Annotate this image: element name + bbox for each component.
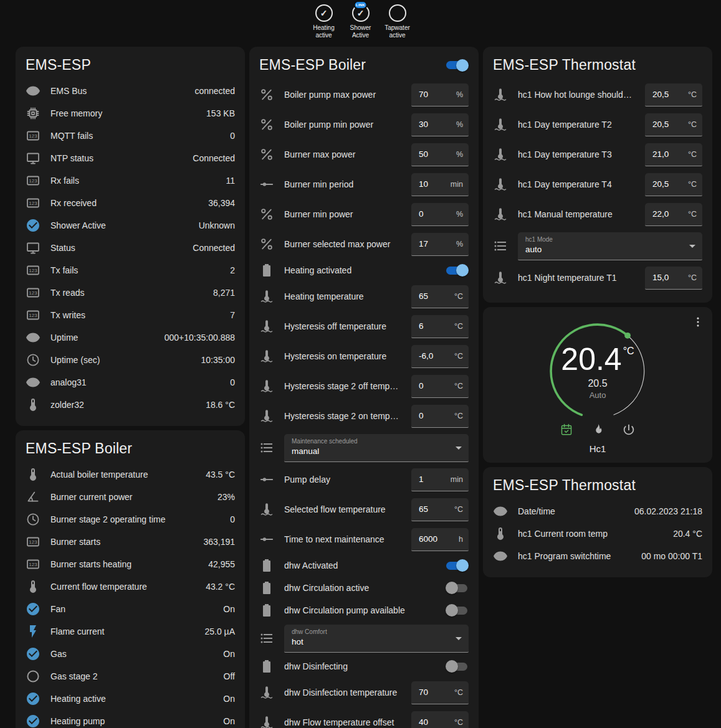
select-value: hot xyxy=(292,636,450,647)
entity-row: Current flow temperature43.2 °C xyxy=(26,575,235,598)
entity-label: Boiler pump max power xyxy=(284,90,405,100)
number-input[interactable]: 6000h xyxy=(411,528,469,551)
entity-row: Burner current power23% xyxy=(26,486,235,508)
entity-row: EMS Busconnected xyxy=(26,80,235,102)
entity-toggle[interactable] xyxy=(446,660,469,673)
toggle-knob xyxy=(446,604,458,617)
number-input[interactable]: -6,0°C xyxy=(411,345,469,368)
entity-value: 00 mo 00:00 T1 xyxy=(641,551,702,561)
number-unit: °C xyxy=(688,120,697,129)
number-input[interactable]: 50% xyxy=(411,143,469,166)
number-input[interactable]: 40°C xyxy=(411,711,469,728)
toggle-knob xyxy=(446,660,458,673)
card-body: Actual boiler temperature43.5 °CBurner c… xyxy=(16,463,245,728)
badge-shower-active[interactable]: ✓LINKShower Active xyxy=(345,4,376,39)
number-input[interactable]: 65°C xyxy=(411,285,469,308)
number-input[interactable]: 0% xyxy=(411,203,469,226)
slider-icon xyxy=(259,177,274,192)
column-center: EMS-ESP BoilerBoiler pump max power70%Bo… xyxy=(249,47,479,728)
entity-label: Tx reads xyxy=(50,288,207,298)
entity-row: 123Tx reads8,271 xyxy=(26,281,235,304)
eye-icon xyxy=(26,375,41,390)
number-value: 6 xyxy=(419,321,452,331)
number-unit: % xyxy=(456,120,463,129)
entity-label: Uptime xyxy=(50,333,158,343)
entity-value: 36,394 xyxy=(208,198,235,208)
entity-label: Burner max power xyxy=(284,149,405,159)
slider-icon xyxy=(259,532,274,547)
entity-row: Burner min period10min xyxy=(259,169,469,199)
number-input[interactable]: 22,0°C xyxy=(645,203,702,226)
entity-value: 7 xyxy=(230,310,235,320)
number-unit: °C xyxy=(454,412,463,420)
entity-row: hc1 Day temperature T220,5°C xyxy=(493,110,702,139)
entity-value: Connected xyxy=(193,243,235,253)
thermostat-readout: 20.4°C20.5Auto xyxy=(542,316,653,427)
number-input[interactable]: 20,5°C xyxy=(645,173,702,196)
number-input[interactable]: 20,5°C xyxy=(645,113,702,136)
list-icon xyxy=(493,239,508,253)
entity-value: 0 xyxy=(230,377,235,387)
entity-value: 20.4 °C xyxy=(673,529,702,539)
eye-icon xyxy=(26,83,41,98)
entity-label: Burner stage 2 operating time xyxy=(50,514,224,524)
badge-tapwater-active[interactable]: Tapwater active xyxy=(382,4,413,39)
battery-icon xyxy=(259,659,274,674)
number-input[interactable]: 15,0°C xyxy=(645,267,702,290)
entity-label: Tx fails xyxy=(50,265,224,275)
number-input[interactable]: 0°C xyxy=(411,375,469,398)
check-circle-icon xyxy=(26,602,41,617)
entity-value: 25.0 µA xyxy=(204,626,235,636)
entity-label: Burner selected max power xyxy=(284,239,405,249)
entity-label: dhw Flow temperature offset xyxy=(284,717,405,727)
number-input[interactable]: 70% xyxy=(411,83,469,106)
entity-toggle[interactable] xyxy=(446,559,469,572)
number-input[interactable]: 20,5°C xyxy=(645,83,702,106)
entity-row: hc1 Manual temperature22,0°C xyxy=(493,199,702,229)
number-input[interactable]: 30% xyxy=(411,113,469,136)
select-input[interactable]: Maintenance scheduledmanual xyxy=(284,434,469,462)
entity-row: dhw Comforthot xyxy=(259,622,469,655)
number-input[interactable]: 17% xyxy=(411,233,469,256)
select-input[interactable]: dhw Comforthot xyxy=(284,625,469,653)
entity-row: Heating activated xyxy=(259,259,469,281)
svg-text:123: 123 xyxy=(29,562,37,567)
badge-heating-active[interactable]: ✓Heating active xyxy=(308,4,340,39)
number-value: 21,0 xyxy=(652,149,685,159)
number-unit: °C xyxy=(688,273,697,282)
number-input[interactable]: 10min xyxy=(411,173,469,196)
thermostat-dial[interactable]: 20.4°C20.5Auto xyxy=(542,316,653,427)
thermometer-icon xyxy=(26,397,41,412)
number-unit: % xyxy=(456,240,463,248)
number-unit: °C xyxy=(688,150,697,159)
entity-row: Gas stage 2Off xyxy=(26,665,235,688)
entity-label: hc1 How hot lounge should… xyxy=(518,90,639,100)
number-input[interactable]: 1min xyxy=(411,468,469,491)
number-value: 70 xyxy=(419,90,454,99)
entity-value: Connected xyxy=(193,153,235,163)
card-header: EMS-ESP Boiler xyxy=(16,430,245,463)
number-input[interactable]: 6°C xyxy=(411,315,469,338)
thermometer-water-icon xyxy=(259,502,274,517)
entity-toggle[interactable] xyxy=(446,264,469,277)
list-icon xyxy=(259,631,274,646)
number-unit: h xyxy=(459,535,463,544)
number-input[interactable]: 21,0°C xyxy=(645,143,702,166)
entity-toggle[interactable] xyxy=(446,582,469,594)
entity-row: zolder3218.6 °C xyxy=(26,394,235,416)
number-input[interactable]: 70°C xyxy=(411,681,469,704)
number-input[interactable]: 65°C xyxy=(411,498,469,521)
check-circle-icon xyxy=(26,714,41,728)
entity-toggle[interactable] xyxy=(446,604,469,617)
thermometer-water-icon xyxy=(259,289,274,304)
thermometer-water-icon xyxy=(259,379,274,394)
thermometer-water-icon xyxy=(259,319,274,334)
more-menu-button[interactable] xyxy=(689,313,707,332)
select-input[interactable]: hc1 Modeauto xyxy=(518,232,702,260)
entity-label: analog31 xyxy=(50,377,224,387)
badge-label: Shower Active xyxy=(345,24,376,39)
card-enable-toggle[interactable] xyxy=(446,59,469,72)
thermometer-icon xyxy=(493,526,508,541)
entity-label: Heating active xyxy=(50,694,217,704)
number-input[interactable]: 0°C xyxy=(411,405,469,428)
